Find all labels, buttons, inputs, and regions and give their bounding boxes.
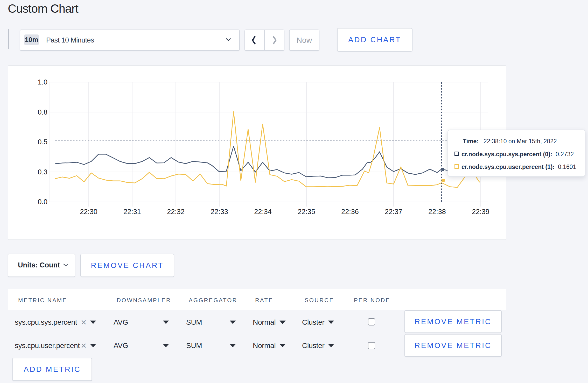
svg-text:22:35: 22:35	[298, 208, 315, 216]
svg-text:22:32: 22:32	[167, 208, 185, 216]
svg-text:22:37: 22:37	[385, 208, 402, 216]
svg-text:22:36: 22:36	[341, 208, 359, 216]
svg-text:0.8: 0.8	[38, 108, 47, 116]
svg-text:22:39: 22:39	[472, 208, 489, 216]
svg-text:1.0: 1.0	[38, 78, 47, 86]
svg-text:0.5: 0.5	[38, 138, 47, 146]
svg-text:0.0: 0.0	[38, 198, 47, 206]
svg-text:22:34: 22:34	[254, 208, 272, 216]
svg-text:22:30: 22:30	[80, 208, 97, 216]
svg-text:22:31: 22:31	[123, 208, 141, 216]
svg-text:22:38: 22:38	[428, 208, 446, 216]
svg-text:0.3: 0.3	[38, 168, 47, 176]
svg-text:22:33: 22:33	[211, 208, 228, 216]
